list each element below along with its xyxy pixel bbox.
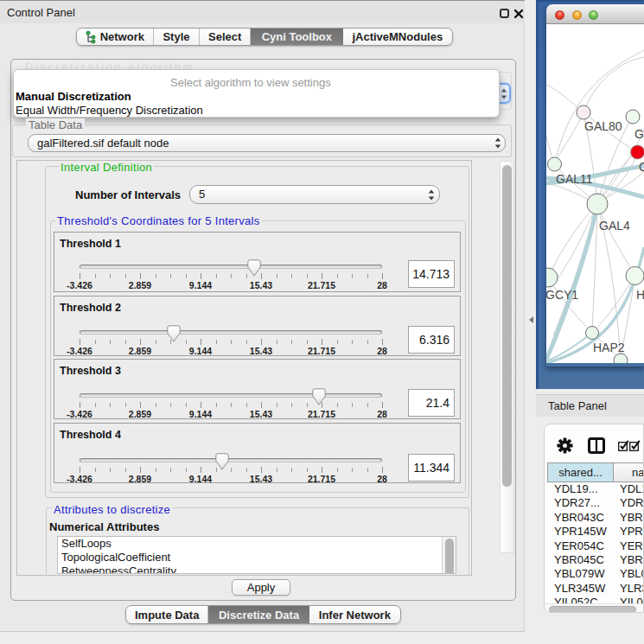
- svg-text:GAL80: GAL80: [584, 119, 622, 133]
- svg-text:GAL4: GAL4: [599, 219, 630, 233]
- svg-text:GCY1: GCY1: [546, 288, 578, 302]
- svg-text:GAL11: GAL11: [556, 172, 593, 186]
- svg-text:C: C: [639, 160, 644, 174]
- svg-text:HAP2: HAP2: [593, 341, 625, 354]
- svg-text:GA: GA: [634, 127, 644, 141]
- svg-text:HA: HA: [636, 288, 644, 302]
